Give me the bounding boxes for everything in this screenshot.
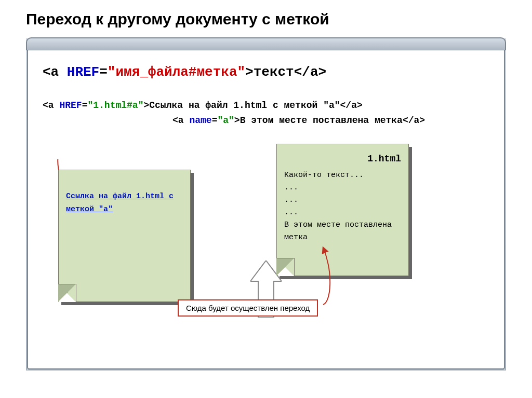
target-filename: 1.html [284,154,401,164]
code-token-attr: name [189,115,211,126]
example-link-line: <a HREF="1.html#a">Ссылка на файл 1.html… [43,98,489,113]
code-token: = [82,100,88,111]
code-token: <a [43,100,59,111]
code-token: >текст</a> [245,64,326,80]
documents-diagram: Ссылка на файл 1.html с меткой "a" 1.htm… [43,159,489,346]
code-token-attr: HREF [67,64,99,80]
code-token-value: "1.html#a" [87,100,143,111]
code-token: <a [172,115,189,126]
code-token: <a [43,64,67,80]
callout-label: Сюда будет осуществлен переход [178,299,318,317]
source-document: Ссылка на файл 1.html с меткой "a" [58,170,191,302]
code-token-value: "имя_файла#метка" [108,64,245,80]
code-token: >Ссылка на файл 1.html с меткой "a"</a> [143,100,362,111]
code-token: = [212,115,218,126]
target-body-text: Какой-то текст... ... ... ... В этом мес… [284,169,401,244]
content-frame: <a HREF="имя_файла#метка">текст</a> <a H… [26,38,506,370]
code-token-attr: HREF [59,100,82,111]
code-token: >В этом месте поставлена метка</a> [234,115,425,126]
hyperlink-example[interactable]: Ссылка на файл 1.html с меткой "a" [66,190,183,216]
syntax-template-line: <a HREF="имя_файла#метка">текст</a> [43,64,489,80]
code-token: = [99,64,108,80]
slide-title: Переход к другому документу с меткой [26,10,506,28]
example-anchor-line: <a name="a">В этом месте поставлена метк… [43,113,489,128]
target-document: 1.html Какой-то текст... ... ... ... В э… [276,144,409,276]
code-token-value: "a" [217,115,234,126]
